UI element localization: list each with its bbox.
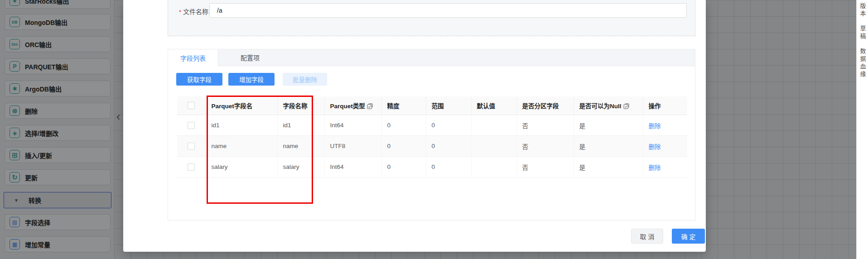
file-name-label: *文件名称 — [170, 6, 208, 18]
tab-config-items[interactable]: 配置项 — [218, 49, 282, 66]
select-all-checkbox[interactable] — [188, 102, 195, 109]
cell-nullable: 是 — [574, 157, 643, 177]
col-header-is-partition: 是否分区字段 — [516, 96, 574, 115]
cell-nullable: 是 — [574, 115, 643, 136]
cell-default — [471, 157, 516, 177]
batch-delete-button[interactable]: 批量删除 — [283, 73, 327, 86]
cancel-button[interactable]: 取 消 — [631, 229, 663, 244]
cell-parquet-field: id1 — [206, 115, 277, 136]
row-delete-link[interactable]: 删除 — [649, 164, 661, 171]
row-delete-link[interactable]: 删除 — [649, 144, 661, 150]
col-header-range: 范围 — [426, 96, 471, 115]
table-row: name name UTF8 0 0 否 是 删除 — [177, 136, 687, 157]
parquet-output-config-modal: *文件名称 字段列表 配置项 获取字段 增加字段 批量删除 Parquet字段名… — [123, 0, 706, 252]
fields-table: Parquet字段名 字段名称 Parquet类型 精度 范围 默认值 是否分区… — [177, 96, 687, 177]
table-row: salary salary Int64 0 0 否 是 删除 — [177, 157, 687, 177]
fetch-fields-button[interactable]: 获取字段 — [176, 73, 222, 86]
cell-precision: 0 — [381, 157, 426, 177]
cell-field-name: id1 — [277, 115, 324, 136]
table-header-row: Parquet字段名 字段名称 Parquet类型 精度 范围 默认值 是否分区… — [177, 96, 687, 115]
cell-is-partition: 否 — [516, 115, 574, 136]
cell-parquet-type: Int64 — [324, 115, 381, 136]
right-rail: 版本 草稿 数据血缘 — [856, 0, 868, 259]
cell-is-partition: 否 — [516, 157, 574, 177]
cell-range: 0 — [426, 115, 471, 136]
cell-nullable: 是 — [574, 136, 643, 157]
cell-range: 0 — [426, 157, 471, 177]
rail-tab-draft[interactable]: 草稿 — [857, 25, 868, 41]
col-header-parquet-field: Parquet字段名 — [206, 96, 277, 115]
required-asterisk: * — [179, 9, 181, 15]
add-field-button[interactable]: 增加字段 — [228, 73, 275, 86]
rail-tab-data-lineage[interactable]: 数据血缘 — [857, 48, 868, 79]
cell-field-name: salary — [277, 157, 324, 177]
col-header-default: 默认值 — [471, 96, 516, 115]
col-header-action: 操作 — [643, 96, 687, 115]
col-header-field-name: 字段名称 — [277, 96, 324, 115]
cell-precision: 0 — [381, 136, 426, 157]
confirm-button[interactable]: 确 定 — [672, 229, 705, 244]
row-checkbox[interactable] — [188, 122, 195, 129]
cell-default — [471, 115, 516, 136]
cell-range: 0 — [426, 136, 471, 157]
col-header-parquet-type: Parquet类型 — [324, 96, 381, 115]
row-checkbox[interactable] — [188, 143, 195, 150]
cell-parquet-field: salary — [206, 157, 277, 177]
cell-parquet-type: Int64 — [324, 157, 381, 177]
cell-parquet-field: name — [206, 136, 277, 157]
tab-bar: 字段列表 配置项 — [168, 49, 695, 66]
cell-is-partition: 否 — [516, 136, 574, 157]
col-header-nullable: 是否可以为Null — [574, 96, 643, 115]
col-header-precision: 精度 — [381, 96, 426, 115]
cell-precision: 0 — [381, 115, 426, 136]
file-name-input[interactable] — [209, 3, 687, 18]
row-checkbox[interactable] — [188, 163, 195, 171]
row-delete-link[interactable]: 删除 — [649, 123, 661, 130]
batch-edit-icon[interactable] — [367, 103, 373, 109]
rail-tab-version[interactable]: 版本 — [857, 3, 868, 18]
tab-field-list[interactable]: 字段列表 — [168, 49, 218, 66]
cell-field-name: name — [277, 136, 324, 157]
batch-edit-icon[interactable] — [623, 103, 629, 109]
table-row: id1 id1 Int64 0 0 否 是 删除 — [177, 115, 687, 136]
cell-default — [471, 136, 516, 157]
field-config-card: 字段列表 配置项 获取字段 增加字段 批量删除 Parquet字段名 字段名称 … — [168, 49, 695, 221]
cell-parquet-type: UTF8 — [324, 136, 381, 157]
